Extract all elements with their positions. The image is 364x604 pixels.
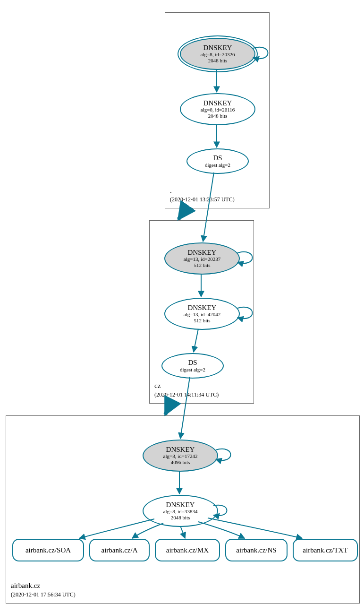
node-sub: digest alg=2 <box>180 367 205 373</box>
zone-root-label: . <box>170 187 172 195</box>
zone-airbank-label: airbank.cz <box>11 582 40 590</box>
node-label: airbank.cz/NS <box>236 546 276 554</box>
node-sub: 4096 bits <box>171 459 190 466</box>
node-root-ds: DS digest alg=2 <box>186 148 249 174</box>
zone-airbank-timestamp: (2020-12-01 17:56:34 UTC) <box>11 591 76 598</box>
node-sub: 2048 bits <box>208 113 228 119</box>
node-root-ksk: DNSKEY alg=8, id=20326 2048 bits <box>180 38 255 70</box>
node-sub: alg=8, id=33834 <box>163 509 198 515</box>
node-label: airbank.cz/SOA <box>25 546 71 554</box>
node-sub: digest alg=2 <box>205 162 230 168</box>
node-sub: alg=8, id=26116 <box>201 107 235 113</box>
node-title: DNSKEY <box>203 44 232 52</box>
node-label: airbank.cz/A <box>101 546 137 554</box>
node-sub: alg=8, id=17242 <box>163 453 198 459</box>
node-cz-ds: DS digest alg=2 <box>161 353 224 379</box>
node-sub: 2048 bits <box>171 515 190 521</box>
node-rr-mx: airbank.cz/MX <box>155 539 220 561</box>
node-title: DS <box>213 154 222 162</box>
node-root-zsk: DNSKEY alg=8, id=26116 2048 bits <box>180 93 255 125</box>
node-title: DNSKEY <box>188 304 217 312</box>
node-label: airbank.cz/MX <box>166 546 209 554</box>
node-rr-ns: airbank.cz/NS <box>225 539 288 561</box>
node-sub: alg=8, id=20326 <box>201 52 235 58</box>
node-sub: 512 bits <box>194 318 210 324</box>
node-cz-ksk: DNSKEY alg=13, id=20237 512 bits <box>164 242 240 275</box>
zone-cz-label: cz <box>154 382 161 390</box>
node-rr-a: airbank.cz/A <box>89 539 150 561</box>
node-cz-zsk: DNSKEY alg=13, id=42042 512 bits <box>164 298 240 330</box>
zone-root-timestamp: (2020-12-01 13:23:57 UTC) <box>170 196 235 203</box>
node-sub: alg=13, id=20237 <box>184 256 220 262</box>
node-title: DS <box>188 359 197 367</box>
node-sub: 2048 bits <box>208 58 228 64</box>
node-rr-soa: airbank.cz/SOA <box>12 539 84 561</box>
node-title: DNSKEY <box>188 249 217 257</box>
node-rr-txt: airbank.cz/TXT <box>293 539 358 561</box>
zone-cz-timestamp: (2020-12-01 14:11:34 UTC) <box>154 391 219 398</box>
node-airbank-zsk: DNSKEY alg=8, id=33834 2048 bits <box>143 495 218 527</box>
node-sub: 512 bits <box>194 262 210 268</box>
node-airbank-ksk: DNSKEY alg=8, id=17242 4096 bits <box>143 440 218 472</box>
node-label: airbank.cz/TXT <box>303 546 347 554</box>
node-title: DNSKEY <box>166 501 195 509</box>
node-title: DNSKEY <box>203 99 232 107</box>
node-sub: alg=13, id=42042 <box>184 311 220 318</box>
node-title: DNSKEY <box>166 446 195 454</box>
